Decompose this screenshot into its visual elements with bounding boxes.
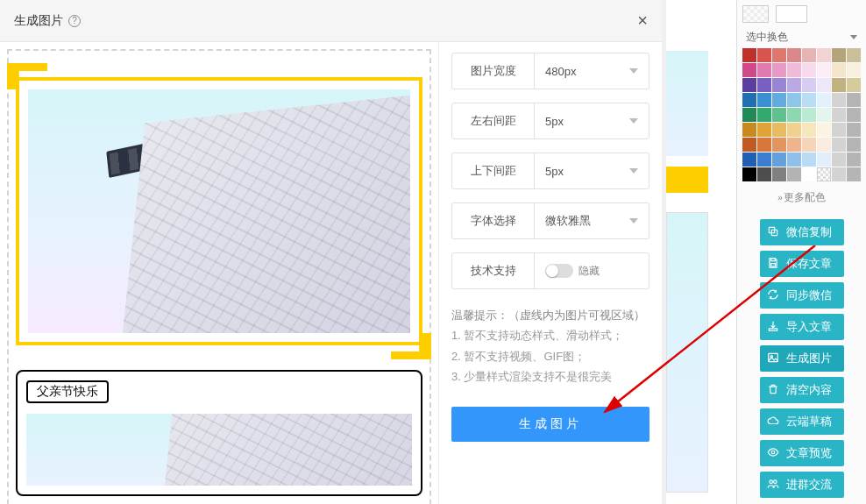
- trash-icon: [767, 383, 779, 398]
- color-swatch[interactable]: [847, 78, 861, 92]
- color-swatch[interactable]: [772, 138, 786, 152]
- color-swatch[interactable]: [772, 63, 786, 77]
- color-swatch[interactable]: [787, 123, 801, 137]
- color-swatch[interactable]: [757, 123, 771, 137]
- color-swatch[interactable]: [802, 123, 816, 137]
- color-swatch[interactable]: [742, 93, 756, 107]
- color-swatch[interactable]: [802, 138, 816, 152]
- color-swatch[interactable]: [817, 48, 831, 62]
- font-select[interactable]: 微软雅黑: [535, 203, 649, 238]
- color-swatch[interactable]: [742, 123, 756, 137]
- h-margin-select[interactable]: 5px: [535, 103, 649, 138]
- gen-image-button[interactable]: 生成图片: [760, 345, 844, 372]
- sync-wechat-button[interactable]: 同步微信: [760, 282, 844, 309]
- wechat-copy-button[interactable]: 微信复制: [760, 219, 844, 245]
- preview-button[interactable]: 文章预览: [760, 440, 844, 466]
- tech-support-toggle[interactable]: 隐藏: [535, 253, 649, 288]
- color-swatch[interactable]: [847, 48, 861, 62]
- color-swatch[interactable]: [787, 48, 801, 62]
- setting-font: 字体选择 微软雅黑: [451, 202, 650, 239]
- color-swatch[interactable]: [772, 78, 786, 92]
- color-swatch[interactable]: [832, 123, 846, 137]
- color-swatch[interactable]: [757, 167, 771, 181]
- generate-image-button[interactable]: 生成图片: [451, 407, 650, 442]
- color-swatch[interactable]: [772, 108, 786, 122]
- modal-title-text: 生成图片: [14, 13, 63, 29]
- help-icon[interactable]: ?: [68, 15, 81, 27]
- color-swatch[interactable]: [757, 153, 771, 167]
- color-swatch[interactable]: [817, 138, 831, 152]
- color-swatch[interactable]: [772, 153, 786, 167]
- color-swatch[interactable]: [847, 123, 861, 137]
- color-swatch[interactable]: [847, 93, 861, 107]
- color-swatch[interactable]: [847, 108, 861, 122]
- import-article-button[interactable]: 导入文章: [760, 314, 844, 340]
- color-swatch[interactable]: [772, 167, 786, 181]
- color-swatch[interactable]: [742, 108, 756, 122]
- color-swatch[interactable]: [742, 153, 756, 167]
- close-icon: ×: [637, 11, 648, 30]
- color-swatch[interactable]: [787, 78, 801, 92]
- modal-title: 生成图片 ?: [14, 13, 81, 29]
- save-article-button[interactable]: 保存文章: [760, 251, 844, 277]
- color-swatch[interactable]: [802, 167, 816, 181]
- color-swatch[interactable]: [802, 108, 816, 122]
- settings-pane: 图片宽度 480px 左右间距 5px 上下间距 5px: [438, 42, 662, 504]
- color-swatch[interactable]: [847, 63, 861, 77]
- color-swatch[interactable]: [832, 138, 846, 152]
- color-swatch[interactable]: [757, 138, 771, 152]
- color-swatch[interactable]: [787, 167, 801, 181]
- color-swatch[interactable]: [832, 167, 846, 181]
- hint-line: 2. 暂不支持视频、GIF图；: [451, 346, 650, 366]
- group-chat-button[interactable]: 进群交流: [760, 472, 844, 498]
- color-swatch[interactable]: [847, 153, 861, 167]
- color-swatch[interactable]: [817, 93, 831, 107]
- color-swatch[interactable]: [787, 108, 801, 122]
- color-swatch[interactable]: [772, 48, 786, 62]
- color-swatch[interactable]: [817, 108, 831, 122]
- color-swatch[interactable]: [757, 93, 771, 107]
- current-color-preview[interactable]: [776, 5, 807, 23]
- clear-content-button[interactable]: 清空内容: [760, 377, 844, 403]
- color-swatch[interactable]: [847, 167, 861, 181]
- color-swatch[interactable]: [757, 48, 771, 62]
- image-width-select[interactable]: 480px: [535, 53, 649, 89]
- color-swatch[interactable]: [817, 153, 831, 167]
- color-swatch[interactable]: [742, 167, 756, 181]
- color-swatch[interactable]: [757, 78, 771, 92]
- color-swatch[interactable]: [787, 138, 801, 152]
- color-swatch[interactable]: [802, 93, 816, 107]
- color-swatch[interactable]: [802, 48, 816, 62]
- color-swatch[interactable]: [817, 63, 831, 77]
- v-margin-select[interactable]: 5px: [535, 153, 649, 188]
- color-swatch[interactable]: [742, 138, 756, 152]
- color-swatch[interactable]: [802, 78, 816, 92]
- color-swatch[interactable]: [787, 93, 801, 107]
- color-swatch[interactable]: [742, 63, 756, 77]
- color-swatch[interactable]: [847, 138, 861, 152]
- transparent-swatch[interactable]: [742, 5, 769, 23]
- color-swatch[interactable]: [802, 153, 816, 167]
- color-swatch[interactable]: [757, 63, 771, 77]
- color-swatch[interactable]: [772, 123, 786, 137]
- color-swatch[interactable]: [742, 48, 756, 62]
- color-swatch[interactable]: [772, 93, 786, 107]
- color-swatch[interactable]: [832, 78, 846, 92]
- color-swatch[interactable]: [817, 123, 831, 137]
- color-swatch[interactable]: [832, 153, 846, 167]
- color-swatch[interactable]: [742, 78, 756, 92]
- close-button[interactable]: ×: [637, 11, 648, 31]
- color-swatch[interactable]: [802, 63, 816, 77]
- color-swatch[interactable]: [832, 48, 846, 62]
- cloud-draft-button[interactable]: 云端草稿: [760, 408, 844, 435]
- color-swatch[interactable]: [817, 167, 831, 181]
- color-swatch[interactable]: [787, 63, 801, 77]
- color-swatch[interactable]: [817, 78, 831, 92]
- color-swatch[interactable]: [832, 93, 846, 107]
- more-colors-link[interactable]: » 更多配色: [742, 185, 861, 210]
- color-swatch[interactable]: [832, 63, 846, 77]
- color-swatch[interactable]: [787, 153, 801, 167]
- action-label: 清空内容: [786, 382, 832, 398]
- color-swatch[interactable]: [757, 108, 771, 122]
- color-swatch[interactable]: [832, 108, 846, 122]
